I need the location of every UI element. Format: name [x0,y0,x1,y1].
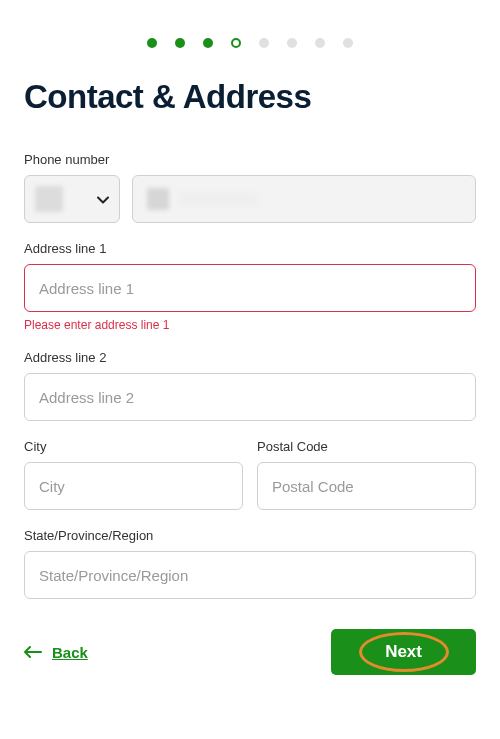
back-button[interactable]: Back [24,644,88,661]
postal-label: Postal Code [257,439,476,454]
address2-field-group: Address line 2 [24,350,476,421]
region-label: State/Province/Region [24,528,476,543]
step-dot-current [231,38,241,48]
step-dot [259,38,269,48]
postal-field-group: Postal Code [257,439,476,510]
region-input[interactable] [24,551,476,599]
address2-input[interactable] [24,373,476,421]
step-dot [147,38,157,48]
step-dot [203,38,213,48]
address1-field-group: Address line 1 Please enter address line… [24,241,476,332]
step-dot [343,38,353,48]
step-dot [175,38,185,48]
step-dot [287,38,297,48]
back-label: Back [52,644,88,661]
postal-input[interactable] [257,462,476,510]
address1-error: Please enter address line 1 [24,318,476,332]
flag-placeholder [35,186,63,212]
phone-number-input[interactable] [132,175,476,223]
chevron-down-icon [97,190,109,208]
blurred-content [179,192,259,206]
region-field-group: State/Province/Region [24,528,476,599]
address1-label: Address line 1 [24,241,476,256]
city-label: City [24,439,243,454]
form-footer: Back Next [24,629,476,675]
progress-stepper [24,0,476,78]
address1-input[interactable] [24,264,476,312]
address2-label: Address line 2 [24,350,476,365]
blurred-content [147,188,169,210]
step-dot [315,38,325,48]
phone-country-select[interactable] [24,175,120,223]
phone-label: Phone number [24,152,476,167]
city-field-group: City [24,439,243,510]
arrow-left-icon [24,646,42,658]
city-input[interactable] [24,462,243,510]
phone-field-group: Phone number [24,152,476,223]
next-button[interactable]: Next [331,629,476,675]
page-title: Contact & Address [24,78,476,116]
